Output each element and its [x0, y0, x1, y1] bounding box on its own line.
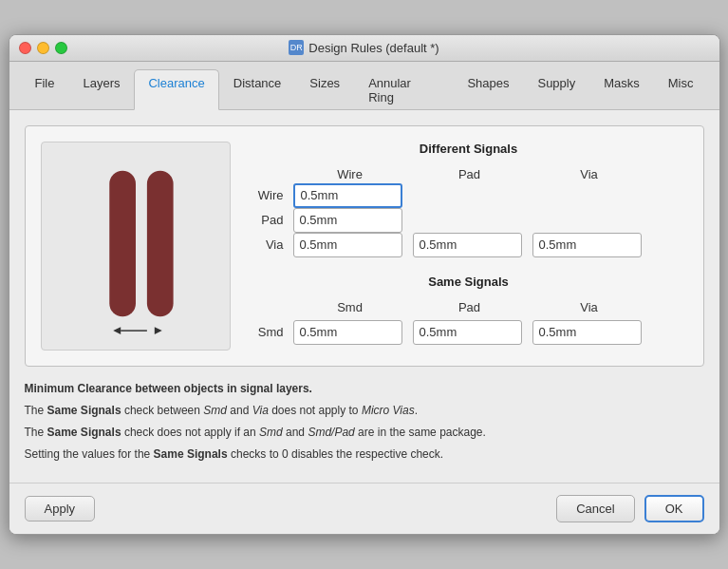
different-signals-headers: Wire Pad Via: [250, 167, 688, 183]
window-controls: [19, 42, 67, 54]
svg-marker-3: [113, 327, 121, 334]
pad-col-header: Pad: [413, 167, 527, 183]
wire-row-label: Wire: [250, 188, 288, 202]
info-line4: Setting the values for the Same Signals …: [25, 446, 704, 464]
content-area: Different Signals Wire Pad Via Wire: [9, 110, 719, 484]
diagram-svg: [42, 142, 230, 350]
via-pad-input[interactable]: [413, 233, 522, 257]
app-icon: DR: [289, 40, 304, 55]
svg-rect-0: [109, 170, 136, 315]
pad-row: Pad: [250, 208, 688, 233]
wire-row: Wire: [250, 183, 688, 208]
wire-wire-input[interactable]: [293, 183, 402, 208]
info-micro-vias: Micro Vias: [362, 404, 415, 417]
smd-pad-input[interactable]: [413, 320, 522, 345]
titlebar: DR Design Rules (default *): [9, 35, 719, 62]
info-same-signals-3: Same Signals: [154, 447, 228, 461]
same-pad-col-header: Pad: [413, 300, 527, 316]
smd-via-input[interactable]: [532, 320, 642, 345]
via-col-header: Via: [532, 167, 646, 183]
via-via-input[interactable]: [532, 233, 642, 257]
tab-masks[interactable]: Masks: [589, 69, 654, 110]
tab-sizes[interactable]: Sizes: [295, 69, 354, 110]
maximize-button[interactable]: [55, 42, 67, 54]
svg-marker-4: [154, 327, 161, 334]
ok-button[interactable]: OK: [644, 495, 704, 522]
window-title: DR Design Rules (default *): [289, 40, 439, 55]
info-same-signals-2: Same Signals: [47, 426, 121, 439]
footer-right: Cancel OK: [556, 495, 703, 522]
svg-rect-1: [146, 170, 173, 315]
info-line3: The Same Signals check does not apply if…: [25, 424, 704, 442]
title-text: Design Rules (default *): [308, 41, 439, 55]
via-wire-input[interactable]: [293, 233, 402, 257]
info-via-1: Via: [252, 404, 269, 417]
tab-misc[interactable]: Misc: [654, 69, 708, 110]
smd-smd-input[interactable]: [293, 320, 402, 345]
tab-annular-ring[interactable]: Annular Ring: [354, 69, 453, 110]
info-smd-pad: Smd/Pad: [308, 426, 354, 439]
same-signals-header: Same Signals: [250, 275, 688, 289]
info-line1: Minimum Clearance between objects in sig…: [25, 380, 704, 398]
smd-row: Smd: [250, 320, 688, 345]
minimize-button[interactable]: [37, 42, 49, 54]
via-row: Via: [250, 233, 688, 257]
tab-file[interactable]: File: [21, 69, 69, 110]
tab-clearance[interactable]: Clearance: [134, 69, 218, 110]
tab-layers[interactable]: Layers: [68, 69, 134, 110]
wire-col-header: Wire: [293, 167, 407, 183]
tab-shapes[interactable]: Shapes: [453, 69, 523, 110]
different-signals-header: Different Signals: [250, 142, 688, 156]
cancel-button[interactable]: Cancel: [556, 495, 634, 522]
via-row-label: Via: [250, 237, 288, 252]
tab-supply[interactable]: Supply: [523, 69, 589, 110]
close-button[interactable]: [19, 42, 31, 54]
tab-distance[interactable]: Distance: [219, 69, 296, 110]
info-same-signals-1: Same Signals: [47, 404, 121, 417]
footer: Apply Cancel OK: [9, 483, 719, 534]
pad-wire-input[interactable]: [293, 208, 402, 233]
tab-bar: File Layers Clearance Distance Sizes Ann…: [9, 62, 719, 110]
main-window: DR Design Rules (default *) File Layers …: [9, 34, 720, 536]
info-section: Minimum Clearance between objects in sig…: [25, 380, 704, 465]
main-panel: Different Signals Wire Pad Via Wire: [25, 125, 704, 367]
form-area: Different Signals Wire Pad Via Wire: [250, 142, 688, 351]
smd-row-label: Smd: [250, 325, 288, 339]
apply-button[interactable]: Apply: [25, 496, 96, 522]
info-line1-text: Minimum Clearance between objects in sig…: [25, 382, 312, 395]
info-smd-2: Smd: [259, 426, 283, 439]
same-signals-headers: Smd Pad Via: [250, 300, 688, 316]
info-smd-1: Smd: [203, 404, 227, 417]
info-line2: The Same Signals check between Smd and V…: [25, 402, 704, 420]
smd-col-header: Smd: [293, 300, 407, 316]
same-via-col-header: Via: [532, 300, 646, 316]
pad-row-label: Pad: [250, 213, 288, 227]
clearance-diagram: [41, 142, 231, 351]
